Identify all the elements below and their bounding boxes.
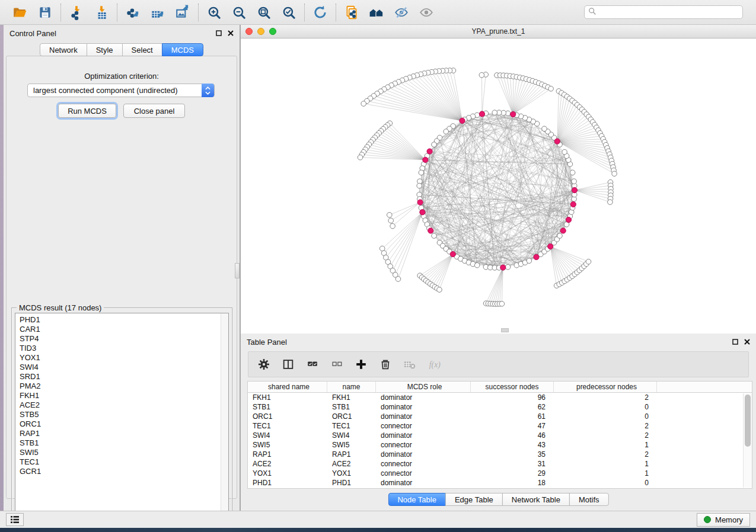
graph-node[interactable]: [542, 126, 547, 132]
graph-node[interactable]: [444, 129, 449, 134]
tab-network-table[interactable]: Network Table: [502, 493, 570, 506]
graph-node[interactable]: [570, 170, 575, 175]
export-network-icon[interactable]: [125, 4, 141, 21]
mcds-result-item[interactable]: CAR1: [15, 325, 221, 334]
table-row[interactable]: ORC1ORC1dominator610: [248, 412, 752, 421]
tab-node-table[interactable]: Node Table: [388, 493, 446, 506]
graph-node[interactable]: [419, 170, 424, 175]
graph-dominator-node[interactable]: [417, 200, 423, 205]
graph-dominator-node[interactable]: [534, 254, 539, 259]
zoom-fit-icon[interactable]: [256, 4, 272, 21]
graph-dominator-node[interactable]: [566, 217, 571, 223]
tab-motifs[interactable]: Motifs: [569, 493, 609, 506]
table-row[interactable]: SWI4SWI4dominator462: [248, 431, 752, 440]
graph-leaf-node[interactable]: [548, 86, 554, 91]
import-network-icon[interactable]: [68, 4, 85, 21]
graph-leaf-node[interactable]: [608, 200, 613, 205]
graph-node[interactable]: [417, 183, 422, 188]
graph-node[interactable]: [527, 258, 532, 264]
graph-leaf-node[interactable]: [390, 223, 395, 229]
graph-leaf-node[interactable]: [358, 155, 363, 160]
tab-style[interactable]: Style: [87, 43, 123, 56]
tab-edge-table[interactable]: Edge Table: [445, 493, 503, 506]
graph-node[interactable]: [505, 264, 511, 270]
import-table-icon[interactable]: [93, 4, 110, 21]
tab-mcds[interactable]: MCDS: [162, 43, 203, 56]
graph-leaf-node[interactable]: [612, 171, 617, 177]
horizontal-splitter-handle[interactable]: [501, 328, 509, 332]
mcds-result-item[interactable]: GCR1: [15, 467, 221, 476]
graph-dominator-node[interactable]: [428, 228, 433, 233]
graph-dominator-node[interactable]: [570, 201, 576, 207]
table-row[interactable]: YOX1YOX1connector291: [248, 469, 752, 478]
graph-dominator-node[interactable]: [420, 210, 425, 215]
mcds-list-scrollbar[interactable]: [221, 313, 228, 524]
run-mcds-button[interactable]: Run MCDS: [58, 104, 116, 118]
graph-leaf-node[interactable]: [387, 213, 393, 218]
close-table-panel-icon[interactable]: [744, 339, 750, 345]
mcds-result-item[interactable]: TID3: [15, 344, 221, 353]
mcds-result-item[interactable]: STB1: [15, 438, 221, 448]
zoom-in-icon[interactable]: [206, 4, 222, 21]
graph-dominator-node[interactable]: [548, 243, 553, 249]
deselect-all-icon[interactable]: [330, 357, 344, 371]
optimization-criterion-select[interactable]: largest connected component (undirected): [27, 84, 215, 97]
search-input[interactable]: [596, 8, 739, 17]
show-panels-button[interactable]: [6, 513, 24, 526]
clipboard-network-icon[interactable]: [343, 4, 360, 21]
hide-graphics-icon[interactable]: [393, 4, 410, 21]
graph-leaf-node[interactable]: [361, 101, 366, 107]
graph-node[interactable]: [432, 142, 437, 148]
memory-button[interactable]: Memory: [697, 513, 750, 527]
graph-dominator-node[interactable]: [427, 149, 432, 154]
graph-dominator-node[interactable]: [554, 139, 560, 144]
mcds-result-item[interactable]: PMA2: [15, 382, 221, 391]
graph-dominator-node[interactable]: [479, 111, 484, 117]
network-window-titlebar[interactable]: YPA_prune.txt_1: [241, 25, 756, 39]
graph-dominator-node[interactable]: [511, 111, 516, 117]
tab-network[interactable]: Network: [40, 43, 87, 56]
graph-node[interactable]: [492, 110, 497, 116]
graph-node[interactable]: [562, 149, 567, 155]
refresh-icon[interactable]: [312, 4, 328, 21]
settings-gear-icon[interactable]: [257, 357, 271, 371]
graph-dominator-node[interactable]: [560, 228, 566, 233]
graph-leaf-node[interactable]: [437, 287, 442, 293]
column-header-MCDS-role[interactable]: MCDS role: [376, 382, 471, 392]
mcds-result-item[interactable]: RAP1: [15, 429, 221, 438]
graph-leaf-node[interactable]: [395, 277, 401, 282]
mcds-result-item[interactable]: STB5: [15, 410, 221, 419]
mcds-result-item[interactable]: FKH1: [15, 391, 221, 400]
mcds-result-item[interactable]: YOX1: [15, 353, 221, 363]
show-graphics-icon[interactable]: [418, 4, 435, 21]
graph-leaf-node[interactable]: [479, 72, 484, 78]
graph-leaf-node[interactable]: [499, 302, 505, 307]
network-graph[interactable]: [241, 39, 756, 334]
table-row[interactable]: RAP1RAP1dominator352: [248, 450, 752, 459]
select-all-icon[interactable]: [305, 357, 320, 371]
graph-dominator-node[interactable]: [460, 118, 465, 123]
close-panel-button[interactable]: Close panel: [123, 104, 185, 118]
column-header-shared-name[interactable]: shared name: [248, 382, 327, 392]
graph-node[interactable]: [474, 262, 480, 268]
search-field[interactable]: [584, 5, 743, 19]
graph-leaf-node[interactable]: [586, 259, 591, 264]
export-table-icon[interactable]: [149, 4, 166, 21]
mcds-result-item[interactable]: STP4: [15, 334, 221, 344]
zoom-selected-icon[interactable]: [280, 4, 297, 21]
column-header-name[interactable]: name: [327, 382, 376, 392]
graph-dominator-node[interactable]: [572, 187, 577, 193]
table-row[interactable]: SWI5SWI5connector431: [248, 440, 752, 450]
mcds-result-item[interactable]: SRD1: [15, 372, 221, 382]
column-header-predecessor-nodes[interactable]: predecessor nodes: [554, 382, 657, 392]
table-row[interactable]: STB1STB1dominator620: [248, 402, 752, 412]
add-column-icon[interactable]: [354, 357, 368, 371]
graph-dominator-node[interactable]: [450, 251, 455, 257]
table-row[interactable]: TEC1TEC1connector472: [248, 421, 752, 431]
graph-node[interactable]: [432, 233, 437, 239]
graph-dominator-node[interactable]: [500, 265, 506, 270]
table-scrollbar[interactable]: [743, 393, 752, 488]
float-table-panel-icon[interactable]: [732, 339, 738, 345]
mcds-result-item[interactable]: ACE2: [15, 400, 221, 410]
open-file-icon[interactable]: [12, 4, 28, 21]
